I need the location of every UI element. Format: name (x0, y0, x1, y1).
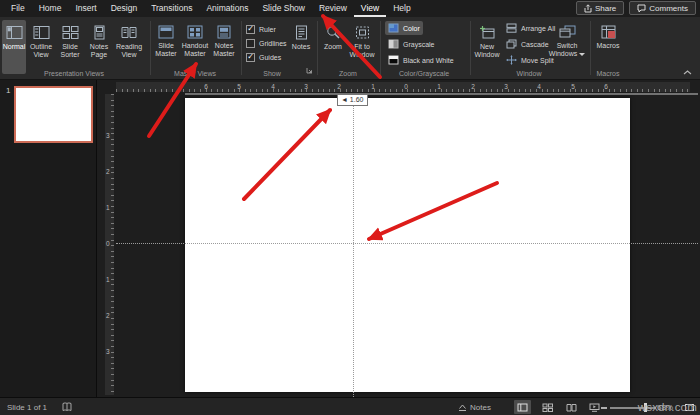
slide-sorter-button[interactable]: Slide Sorter (56, 20, 84, 74)
show-dialog-launcher-icon[interactable] (306, 67, 313, 74)
notes-page-icon (91, 25, 108, 40)
cascade-icon (506, 39, 517, 49)
group-separator (317, 21, 318, 75)
status-reading-view-button[interactable] (563, 400, 580, 414)
grayscale-option[interactable]: Grayscale (385, 37, 438, 51)
move-split-icon (506, 55, 517, 65)
notes-button[interactable]: Notes (289, 20, 313, 74)
tab-animations[interactable]: Animations (199, 0, 255, 17)
arrange-all-icon (506, 23, 517, 33)
status-bar: Slide 1 of 1 Notes 68% (0, 397, 700, 415)
comments-icon (637, 4, 646, 13)
notes-master-button[interactable]: Notes Master (211, 20, 237, 74)
macros-button[interactable]: Macros (594, 20, 622, 74)
group-label-master-views: Master Views (150, 70, 240, 77)
notes-toggle-icon (458, 403, 467, 412)
ribbon-view-tab: Normal Outline View Slide Sorter Notes P… (0, 17, 700, 80)
tab-insert[interactable]: Insert (68, 0, 103, 17)
new-window-button[interactable]: New Window (473, 20, 501, 74)
handout-master-button[interactable]: Handout Master (180, 20, 210, 74)
vertical-guide[interactable] (353, 94, 354, 397)
slide-sorter-icon (62, 25, 79, 40)
status-normal-view-button[interactable] (514, 400, 531, 414)
slide-number: 1 (6, 86, 10, 95)
notes-icon (295, 25, 308, 40)
zoom-icon (326, 25, 341, 40)
group-label-presentation-views: Presentation Views (0, 70, 148, 77)
tab-file[interactable]: File (4, 0, 32, 17)
fit-to-window-icon (355, 25, 370, 40)
zoom-out-button[interactable] (601, 407, 607, 409)
slide-master-button[interactable]: Slide Master (153, 20, 179, 74)
notes-toggle[interactable]: Notes (458, 398, 491, 415)
guides-checkbox[interactable]: ✓ (246, 53, 255, 62)
share-icon (584, 4, 592, 13)
group-separator (380, 21, 381, 75)
switch-windows-button[interactable]: Switch Windows (548, 20, 586, 74)
group-label-macros: Macros (590, 70, 626, 77)
tab-home[interactable]: Home (32, 0, 69, 17)
notes-master-icon (216, 25, 232, 39)
macros-icon (601, 25, 616, 39)
slide-master-icon (158, 25, 174, 39)
tab-slide-show[interactable]: Slide Show (255, 0, 312, 17)
black-and-white-option[interactable]: Black and White (385, 53, 457, 67)
powerpoint-window: File Home Insert Design Transitions Anim… (0, 0, 700, 415)
guide-position-tooltip: ◄ 1.60 (337, 94, 368, 106)
horizontal-ruler[interactable]: 6 5 4 3 2 1 0 1 2 3 4 5 6 (116, 82, 690, 92)
guides-checkbox-row[interactable]: ✓ Guides (246, 51, 281, 63)
normal-view-icon (6, 25, 23, 40)
outline-view-button[interactable]: Outline View (27, 20, 55, 74)
editing-area: 1 6 5 4 3 2 1 0 1 2 3 4 5 6 3 2 1 0 1 2 … (0, 80, 700, 397)
group-separator (241, 21, 242, 75)
handout-master-icon (187, 25, 203, 39)
collapse-ribbon-icon[interactable] (683, 70, 692, 75)
color-option[interactable]: Color (385, 21, 423, 35)
tab-view[interactable]: View (354, 0, 386, 17)
tab-help[interactable]: Help (386, 0, 417, 17)
slide-thumbnail-panel: 1 (0, 80, 97, 397)
group-label-zoom: Zoom (317, 70, 379, 77)
canvas-top-edge (185, 93, 698, 95)
color-icon (388, 23, 399, 33)
fit-to-window-button[interactable]: Fit to Window (347, 20, 377, 74)
slide-indicator: Slide 1 of 1 (7, 398, 47, 415)
watermark: wsxdn.com (638, 401, 697, 413)
group-label-color-grayscale: Color/Grayscale (380, 70, 468, 77)
reading-view-icon (120, 25, 138, 40)
status-slide-sorter-button[interactable] (539, 400, 556, 414)
tab-review[interactable]: Review (312, 0, 354, 17)
group-separator (150, 21, 151, 75)
tab-transitions[interactable]: Transitions (144, 0, 199, 17)
share-button[interactable]: Share (576, 1, 624, 15)
spell-check-icon[interactable] (62, 398, 72, 415)
outline-view-icon (33, 25, 50, 40)
normal-view-button[interactable]: Normal (2, 20, 26, 74)
menu-bar: File Home Insert Design Transitions Anim… (0, 0, 700, 17)
switch-windows-icon (559, 25, 576, 39)
group-label-window: Window (470, 70, 588, 77)
reading-view-button[interactable]: Reading View (114, 20, 144, 74)
tab-design[interactable]: Design (104, 0, 144, 17)
cascade-button[interactable]: Cascade (503, 37, 552, 51)
group-separator (590, 21, 591, 75)
group-separator (470, 21, 471, 75)
zoom-button[interactable]: Zoom (320, 20, 346, 74)
comments-button[interactable]: Comments (629, 1, 696, 15)
dropdown-caret-icon (579, 53, 585, 56)
grayscale-icon (388, 39, 399, 49)
slide-canvas[interactable] (185, 98, 630, 392)
gridlines-checkbox-row[interactable]: Gridlines (246, 37, 287, 49)
ruler-checkbox[interactable]: ✓ (246, 25, 255, 34)
notes-page-button[interactable]: Notes Page (85, 20, 113, 74)
new-window-icon (479, 25, 495, 40)
group-label-show: Show (241, 70, 303, 77)
gridlines-checkbox[interactable] (246, 39, 255, 48)
black-and-white-icon (388, 55, 399, 65)
slide-thumbnail[interactable] (14, 86, 93, 143)
ruler-checkbox-row[interactable]: ✓ Ruler (246, 23, 276, 35)
horizontal-guide[interactable] (116, 243, 698, 244)
